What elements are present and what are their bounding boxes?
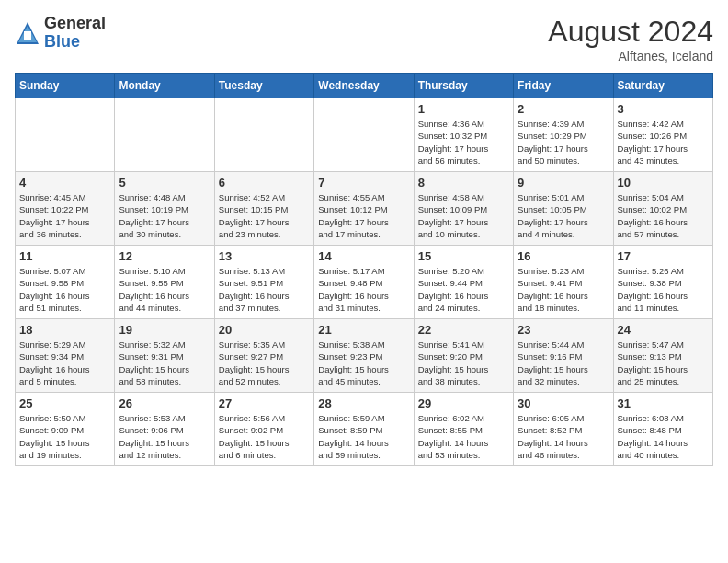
cell-info: Sunrise: 6:08 AM Sunset: 8:48 PM Dayligh…: [618, 412, 709, 461]
week-row-2: 4Sunrise: 4:45 AM Sunset: 10:22 PM Dayli…: [16, 172, 713, 246]
cell-info: Sunrise: 4:45 AM Sunset: 10:22 PM Daylig…: [19, 191, 110, 240]
page-header: General Blue August 2024 Alftanes, Icela…: [15, 15, 713, 63]
day-number: 23: [518, 323, 609, 337]
day-number: 3: [618, 102, 709, 116]
logo: General Blue: [15, 15, 106, 52]
calendar-cell: 16Sunrise: 5:23 AM Sunset: 9:41 PM Dayli…: [514, 246, 613, 319]
day-number: 2: [518, 102, 609, 116]
day-number: 10: [618, 176, 709, 190]
day-number: 19: [119, 323, 210, 337]
cell-info: Sunrise: 4:55 AM Sunset: 10:12 PM Daylig…: [318, 191, 409, 240]
calendar-cell: 12Sunrise: 5:10 AM Sunset: 9:55 PM Dayli…: [115, 246, 214, 319]
day-number: 27: [219, 396, 310, 410]
cell-info: Sunrise: 5:23 AM Sunset: 9:41 PM Dayligh…: [518, 265, 609, 314]
week-row-1: 1Sunrise: 4:36 AM Sunset: 10:32 PM Dayli…: [16, 98, 713, 172]
calendar-cell: 29Sunrise: 6:02 AM Sunset: 8:55 PM Dayli…: [414, 393, 513, 466]
calendar-cell: [16, 98, 115, 172]
calendar-cell: 6Sunrise: 4:52 AM Sunset: 10:15 PM Dayli…: [214, 172, 313, 246]
cell-info: Sunrise: 5:04 AM Sunset: 10:02 PM Daylig…: [618, 191, 709, 240]
day-number: 13: [219, 249, 310, 263]
svg-rect-2: [24, 31, 31, 40]
day-number: 30: [518, 396, 609, 410]
calendar-header: SundayMondayTuesdayWednesdayThursdayFrid…: [16, 74, 713, 98]
cell-info: Sunrise: 5:32 AM Sunset: 9:31 PM Dayligh…: [119, 339, 210, 387]
day-header-tuesday: Tuesday: [214, 74, 313, 98]
calendar-cell: 17Sunrise: 5:26 AM Sunset: 9:38 PM Dayli…: [613, 246, 712, 319]
day-number: 12: [119, 249, 210, 263]
cell-info: Sunrise: 5:44 AM Sunset: 9:16 PM Dayligh…: [518, 339, 609, 387]
day-header-sunday: Sunday: [16, 74, 115, 98]
calendar-cell: 22Sunrise: 5:41 AM Sunset: 9:20 PM Dayli…: [414, 319, 513, 393]
day-number: 14: [318, 249, 409, 263]
cell-info: Sunrise: 5:35 AM Sunset: 9:27 PM Dayligh…: [219, 339, 310, 387]
day-number: 21: [318, 323, 409, 337]
calendar-cell: 25Sunrise: 5:50 AM Sunset: 9:09 PM Dayli…: [16, 393, 115, 466]
calendar-cell: 28Sunrise: 5:59 AM Sunset: 8:59 PM Dayli…: [314, 393, 414, 466]
cell-info: Sunrise: 6:02 AM Sunset: 8:55 PM Dayligh…: [418, 412, 509, 461]
day-number: 26: [119, 396, 210, 410]
calendar-cell: 5Sunrise: 4:48 AM Sunset: 10:19 PM Dayli…: [115, 172, 214, 246]
day-number: 31: [618, 396, 709, 410]
calendar-cell: 8Sunrise: 4:58 AM Sunset: 10:09 PM Dayli…: [414, 172, 513, 246]
cell-info: Sunrise: 5:17 AM Sunset: 9:48 PM Dayligh…: [318, 265, 409, 314]
day-number: 22: [418, 323, 509, 337]
cell-info: Sunrise: 5:47 AM Sunset: 9:13 PM Dayligh…: [618, 339, 709, 387]
day-header-friday: Friday: [514, 74, 613, 98]
logo-blue-text: Blue: [44, 32, 80, 51]
day-header-monday: Monday: [115, 74, 214, 98]
logo-icon: [15, 20, 40, 46]
cell-info: Sunrise: 5:26 AM Sunset: 9:38 PM Dayligh…: [618, 265, 709, 314]
day-number: 17: [618, 249, 709, 263]
day-header-wednesday: Wednesday: [314, 74, 414, 98]
cell-info: Sunrise: 5:10 AM Sunset: 9:55 PM Dayligh…: [119, 265, 210, 314]
day-number: 20: [219, 323, 310, 337]
title-block: August 2024 Alftanes, Iceland: [548, 15, 713, 63]
cell-info: Sunrise: 4:36 AM Sunset: 10:32 PM Daylig…: [418, 118, 509, 167]
calendar-cell: 27Sunrise: 5:56 AM Sunset: 9:02 PM Dayli…: [214, 393, 313, 466]
cell-info: Sunrise: 5:56 AM Sunset: 9:02 PM Dayligh…: [219, 412, 310, 461]
day-number: 6: [219, 176, 310, 190]
day-number: 5: [119, 176, 210, 190]
week-row-4: 18Sunrise: 5:29 AM Sunset: 9:34 PM Dayli…: [16, 319, 713, 393]
day-number: 25: [19, 396, 110, 410]
cell-info: Sunrise: 5:01 AM Sunset: 10:05 PM Daylig…: [518, 191, 609, 240]
day-number: 1: [418, 102, 509, 116]
calendar-cell: 10Sunrise: 5:04 AM Sunset: 10:02 PM Dayl…: [613, 172, 712, 246]
day-number: 9: [518, 176, 609, 190]
day-number: 16: [518, 249, 609, 263]
logo-general-text: General: [44, 14, 106, 32]
calendar-cell: [115, 98, 214, 172]
day-number: 29: [418, 396, 509, 410]
calendar-cell: 18Sunrise: 5:29 AM Sunset: 9:34 PM Dayli…: [16, 319, 115, 393]
day-number: 15: [418, 249, 509, 263]
cell-info: Sunrise: 4:42 AM Sunset: 10:26 PM Daylig…: [618, 118, 709, 167]
location-subtitle: Alftanes, Iceland: [548, 49, 713, 63]
cell-info: Sunrise: 5:38 AM Sunset: 9:23 PM Dayligh…: [318, 339, 409, 387]
cell-info: Sunrise: 4:52 AM Sunset: 10:15 PM Daylig…: [219, 191, 310, 240]
cell-info: Sunrise: 5:20 AM Sunset: 9:44 PM Dayligh…: [418, 265, 509, 314]
day-number: 7: [318, 176, 409, 190]
calendar-cell: 11Sunrise: 5:07 AM Sunset: 9:58 PM Dayli…: [16, 246, 115, 319]
day-number: 11: [19, 249, 110, 263]
cell-info: Sunrise: 5:29 AM Sunset: 9:34 PM Dayligh…: [19, 339, 110, 387]
day-number: 24: [618, 323, 709, 337]
day-number: 28: [318, 396, 409, 410]
calendar-body: 1Sunrise: 4:36 AM Sunset: 10:32 PM Dayli…: [16, 98, 713, 466]
cell-info: Sunrise: 5:59 AM Sunset: 8:59 PM Dayligh…: [318, 412, 409, 461]
calendar-cell: 23Sunrise: 5:44 AM Sunset: 9:16 PM Dayli…: [514, 319, 613, 393]
calendar-cell: 19Sunrise: 5:32 AM Sunset: 9:31 PM Dayli…: [115, 319, 214, 393]
calendar-cell: 13Sunrise: 5:13 AM Sunset: 9:51 PM Dayli…: [214, 246, 313, 319]
cell-info: Sunrise: 5:50 AM Sunset: 9:09 PM Dayligh…: [19, 412, 110, 461]
calendar-cell: 31Sunrise: 6:08 AM Sunset: 8:48 PM Dayli…: [613, 393, 712, 466]
calendar-cell: 24Sunrise: 5:47 AM Sunset: 9:13 PM Dayli…: [613, 319, 712, 393]
cell-info: Sunrise: 4:39 AM Sunset: 10:29 PM Daylig…: [518, 118, 609, 167]
cell-info: Sunrise: 6:05 AM Sunset: 8:52 PM Dayligh…: [518, 412, 609, 461]
calendar-cell: 1Sunrise: 4:36 AM Sunset: 10:32 PM Dayli…: [414, 98, 513, 172]
calendar-cell: 15Sunrise: 5:20 AM Sunset: 9:44 PM Dayli…: [414, 246, 513, 319]
cell-info: Sunrise: 5:07 AM Sunset: 9:58 PM Dayligh…: [19, 265, 110, 314]
calendar-cell: 21Sunrise: 5:38 AM Sunset: 9:23 PM Dayli…: [314, 319, 414, 393]
day-number: 18: [19, 323, 110, 337]
cell-info: Sunrise: 5:53 AM Sunset: 9:06 PM Dayligh…: [119, 412, 210, 461]
cell-info: Sunrise: 5:41 AM Sunset: 9:20 PM Dayligh…: [418, 339, 509, 387]
calendar-cell: [214, 98, 313, 172]
